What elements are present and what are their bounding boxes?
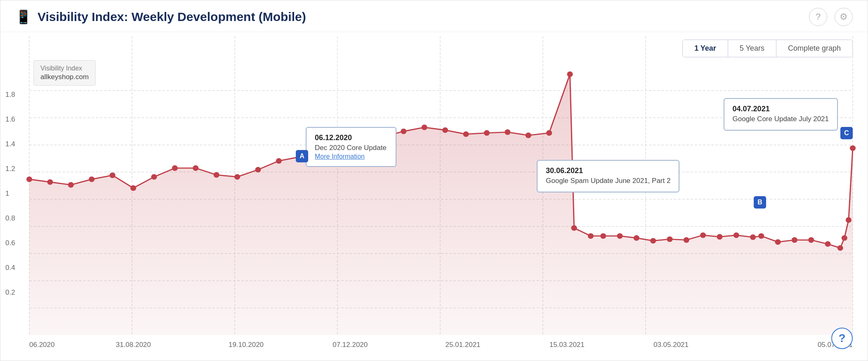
y-label-14: 1.4	[5, 140, 15, 148]
svg-point-24	[172, 165, 178, 171]
svg-point-44	[571, 225, 577, 231]
svg-point-34	[380, 134, 386, 140]
chart-svg	[29, 36, 853, 336]
svg-point-23	[151, 174, 157, 180]
svg-point-38	[463, 131, 469, 137]
svg-point-61	[837, 245, 843, 251]
main-container: 📱 Visibility Index: Weekly Development (…	[0, 0, 868, 361]
x-label-1: 31.08.2020	[116, 341, 151, 349]
svg-point-53	[717, 234, 722, 240]
svg-point-17	[26, 176, 32, 182]
svg-point-46	[600, 233, 606, 239]
svg-point-31	[318, 145, 323, 150]
svg-point-63	[846, 217, 851, 223]
svg-point-47	[617, 233, 623, 239]
svg-point-64	[850, 145, 856, 151]
x-label-6: 03.05.2021	[653, 341, 689, 349]
svg-point-41	[526, 133, 531, 138]
svg-point-45	[588, 233, 594, 239]
y-label-1: 1	[5, 190, 9, 198]
svg-point-62	[842, 235, 847, 241]
svg-point-39	[484, 130, 490, 136]
svg-point-19	[68, 182, 74, 188]
svg-point-21	[110, 173, 116, 178]
header-right: ? ⚙	[809, 8, 853, 26]
x-label-4: 25.01.2021	[445, 341, 480, 349]
svg-point-18	[47, 179, 53, 185]
settings-icon-button[interactable]: ⚙	[835, 8, 853, 26]
y-label-04: 0.4	[5, 264, 15, 272]
y-label-08: 0.8	[5, 214, 15, 223]
header: 📱 Visibility Index: Weekly Development (…	[0, 0, 868, 32]
y-label-02: 0.2	[5, 288, 15, 297]
svg-point-56	[758, 233, 764, 239]
svg-point-58	[792, 237, 797, 243]
event-badge-a[interactable]: A	[296, 150, 308, 162]
gear-icon: ⚙	[840, 12, 848, 22]
y-label-12: 1.2	[5, 165, 15, 173]
event-badge-c[interactable]: C	[840, 127, 853, 139]
x-label-0: 06.2020	[29, 341, 54, 349]
svg-point-20	[89, 176, 94, 182]
help-icon-button[interactable]: ?	[809, 8, 827, 26]
svg-point-52	[700, 232, 706, 238]
help-button[interactable]: ?	[831, 328, 853, 349]
event-badge-b[interactable]: B	[754, 196, 766, 209]
svg-point-25	[193, 165, 198, 171]
x-label-3: 07.12.2020	[333, 341, 368, 349]
x-label-5: 15.03.2021	[550, 341, 585, 349]
y-label-18: 1.8	[5, 91, 15, 99]
svg-point-32	[338, 137, 344, 143]
help-question-icon: ?	[838, 332, 845, 345]
svg-point-37	[442, 127, 448, 133]
svg-point-60	[825, 241, 830, 247]
mobile-icon: 📱	[15, 9, 32, 25]
page-title: Visibility Index: Weekly Development (Mo…	[38, 10, 306, 24]
question-mark-icon: ?	[816, 12, 821, 22]
y-label-06: 0.6	[5, 239, 15, 247]
y-label-16: 1.6	[5, 115, 15, 124]
svg-point-57	[775, 239, 781, 245]
svg-point-28	[255, 167, 261, 173]
svg-point-55	[750, 234, 756, 240]
svg-point-59	[808, 237, 814, 243]
svg-point-35	[401, 129, 406, 134]
svg-point-22	[130, 185, 136, 191]
svg-point-33	[359, 133, 365, 138]
svg-point-50	[667, 237, 672, 242]
svg-point-49	[650, 238, 656, 244]
chart-area: 1 Year 5 Years Complete graph 0.2 0.4 0.…	[0, 32, 868, 361]
svg-point-40	[505, 129, 510, 135]
svg-point-43	[567, 71, 573, 77]
svg-point-36	[422, 124, 427, 130]
svg-point-27	[234, 174, 240, 180]
svg-point-42	[546, 130, 552, 136]
svg-point-51	[684, 237, 689, 243]
svg-point-29	[276, 158, 282, 164]
x-label-2: 19.10.2020	[229, 341, 264, 349]
svg-point-26	[214, 172, 219, 178]
header-left: 📱 Visibility Index: Weekly Development (…	[15, 9, 306, 25]
svg-point-54	[734, 232, 739, 238]
svg-point-48	[634, 235, 639, 241]
